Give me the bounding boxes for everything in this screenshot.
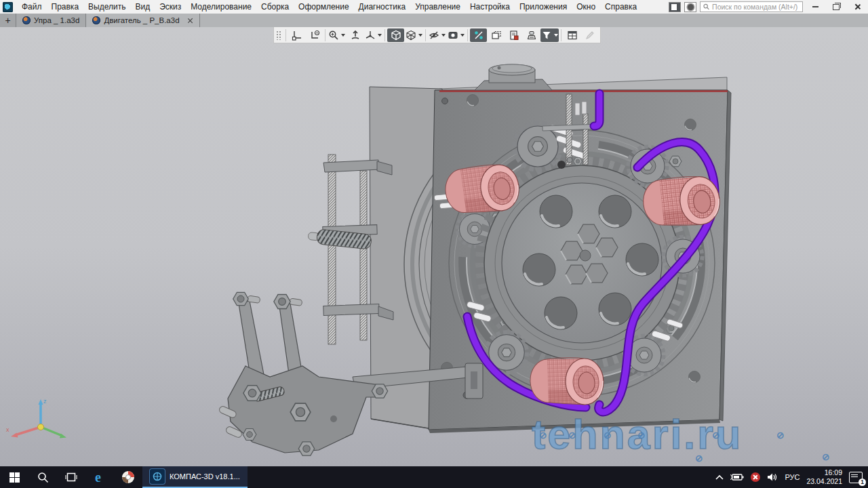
new-tab-button[interactable]: + <box>0 14 16 27</box>
top-boss[interactable] <box>475 64 552 90</box>
kompas-3d-window: Файл Правка Выделить Вид Эскиз Моделиров… <box>0 0 868 488</box>
system-tray: РУС 16:09 23.04.2021 1 <box>715 468 868 486</box>
axis-label-z: z <box>43 398 47 405</box>
axis-label-x: x <box>6 426 9 433</box>
tab-label: Двигатель _ P_B.a3d <box>104 16 179 24</box>
display-mode-icon[interactable] <box>405 28 423 42</box>
menu-select[interactable]: Выделить <box>83 0 130 14</box>
panel-layout-toggle-icon[interactable] <box>669 2 681 12</box>
battery-icon[interactable] <box>730 473 744 481</box>
assembly-doc-icon <box>92 16 100 24</box>
dropdown-caret[interactable] <box>341 34 345 37</box>
antivirus-tray-icon[interactable] <box>751 472 760 482</box>
3d-viewport[interactable]: z x tehnari.ru ⊘ ⊘ ⊘ ⊘ ⊘ ⊘ ⊘ ⊘ <box>0 27 868 466</box>
interface-settings-icon[interactable] <box>684 2 696 12</box>
edge-button[interactable]: e <box>85 466 114 488</box>
search-input[interactable] <box>712 3 800 11</box>
svg-text:e: e <box>95 470 101 485</box>
engine-assembly-model[interactable] <box>0 27 868 466</box>
tray-date: 23.04.2021 <box>806 477 842 486</box>
kompas-logo-icon[interactable] <box>3 2 13 12</box>
notification-badge: 1 <box>859 479 866 486</box>
dropdown-caret[interactable] <box>418 34 422 37</box>
stamp-icon[interactable] <box>523 28 540 42</box>
volume-icon[interactable] <box>767 472 778 482</box>
create-sketch-icon[interactable] <box>306 28 323 42</box>
tab-close-icon[interactable] <box>187 18 193 24</box>
search-icon <box>37 472 49 483</box>
edit-icon <box>581 28 598 42</box>
menu-window[interactable]: Окно <box>572 0 600 14</box>
zoom-icon[interactable] <box>328 28 346 42</box>
edge-icon: e <box>92 470 107 485</box>
variables-icon[interactable] <box>564 28 580 42</box>
dropdown-caret[interactable] <box>554 34 558 37</box>
windows-taskbar: e КОМПАС-3D v18.1... <box>0 466 868 488</box>
action-center-icon[interactable]: 1 <box>849 472 863 483</box>
search-icon <box>703 3 709 10</box>
menu-assembly[interactable]: Сборка <box>256 0 294 14</box>
move-axes-icon[interactable] <box>364 28 382 42</box>
task-view-icon <box>65 472 77 483</box>
clock[interactable]: 16:09 23.04.2021 <box>806 468 842 486</box>
filter-icon[interactable] <box>540 28 559 42</box>
menu-file[interactable]: Файл <box>17 0 47 14</box>
kompas-app-icon <box>150 469 165 484</box>
scene-options-icon[interactable] <box>447 28 465 42</box>
menu-layout[interactable]: Оформление <box>294 0 353 14</box>
tab-label: Упра _ 1.a3d <box>34 16 79 24</box>
dropdown-caret[interactable] <box>378 34 382 37</box>
minimize-button[interactable] <box>806 1 824 13</box>
tray-time: 16:09 <box>806 468 842 477</box>
browser-app-icon <box>121 470 136 485</box>
new-window-icon[interactable] <box>488 28 505 42</box>
toolbar-grip-handle[interactable] <box>276 30 282 40</box>
report-icon[interactable] <box>505 28 522 42</box>
kompas-taskbar-label: КОМПАС-3D v18.1... <box>170 472 240 481</box>
taskbar-search-button[interactable] <box>28 466 57 488</box>
dropdown-caret[interactable] <box>441 34 446 37</box>
hide-objects-icon[interactable] <box>428 28 446 42</box>
shaded-view-icon[interactable] <box>387 28 404 42</box>
kompas-taskbar-button[interactable]: КОМПАС-3D v18.1... <box>142 466 248 488</box>
quick-access-toolbar <box>273 27 601 43</box>
restore-button[interactable] <box>827 1 845 13</box>
menu-management[interactable]: Управление <box>410 0 465 14</box>
command-search[interactable] <box>700 1 803 12</box>
dropdown-caret[interactable] <box>460 34 465 37</box>
start-button[interactable] <box>0 466 28 488</box>
menu-settings[interactable]: Настройка <box>465 0 515 14</box>
tab-upra[interactable]: Упра _ 1.a3d <box>16 14 86 27</box>
close-button[interactable] <box>848 1 866 13</box>
assembly-doc-icon <box>22 16 31 24</box>
browser-app-button[interactable] <box>114 466 142 488</box>
menu-view[interactable]: Вид <box>130 0 155 14</box>
menubar: Файл Правка Выделить Вид Эскиз Моделиров… <box>0 0 868 14</box>
menu-help[interactable]: Справка <box>600 0 642 14</box>
language-indicator[interactable]: РУС <box>785 473 800 481</box>
coordinate-system-icon[interactable] <box>288 28 305 42</box>
tab-dvigatel[interactable]: Двигатель _ P_B.a3d <box>86 14 199 27</box>
task-view-button[interactable] <box>57 466 85 488</box>
tray-expand-icon[interactable] <box>715 474 724 480</box>
dimension-icon[interactable] <box>470 28 487 42</box>
menu-modeling[interactable]: Моделирование <box>186 0 256 14</box>
windows-logo-icon <box>9 472 20 483</box>
orientation-triad[interactable]: z x <box>5 395 71 447</box>
menu-applications[interactable]: Приложения <box>515 0 572 14</box>
menu-diagnostics[interactable]: Диагностика <box>354 0 411 14</box>
document-tabbar: + Упра _ 1.a3d Двигатель _ P_B.a3d <box>0 14 868 27</box>
menu-sketch[interactable]: Эскиз <box>155 0 186 14</box>
reorient-icon[interactable] <box>347 28 363 42</box>
menu-edit[interactable]: Правка <box>47 0 84 14</box>
